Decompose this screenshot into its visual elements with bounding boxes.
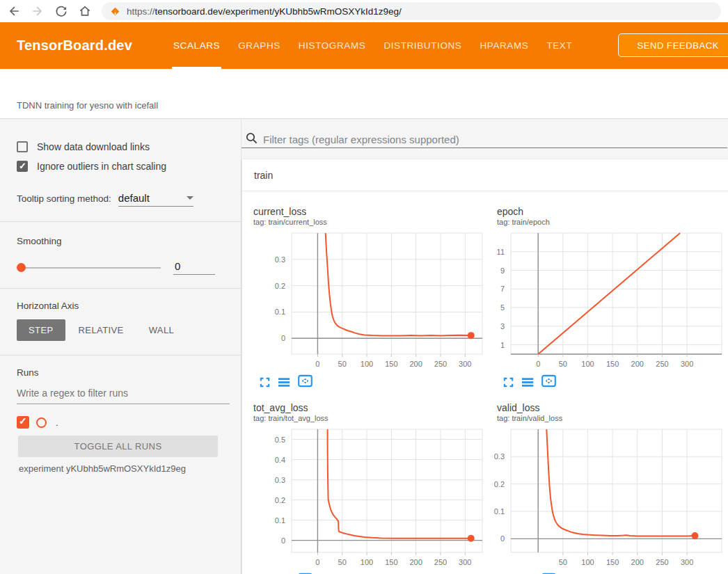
show-download-links-checkbox-row[interactable]: Show data download links: [17, 137, 228, 157]
svg-text:200: 200: [409, 558, 422, 566]
runs-regex-placeholder: Write a regex to filter runs: [17, 388, 128, 399]
home-icon[interactable]: [78, 4, 92, 18]
tooltip-sorting-value: default: [118, 192, 150, 204]
svg-text:3: 3: [500, 322, 505, 330]
svg-text:0: 0: [315, 558, 319, 566]
tab-histograms[interactable]: HISTOGRAMS: [290, 22, 375, 69]
settings-sidebar: Show data download links Ignore outliers…: [0, 119, 242, 574]
experiment-title: TDNN training for yesno with icefall: [17, 100, 158, 111]
address-bar[interactable]: https://tensorboard.dev/experiment/yKUbh…: [102, 2, 721, 20]
svg-text:300: 300: [681, 558, 693, 566]
chart-canvas[interactable]: 00.10.20.30.40.5050100150200250300: [242, 426, 486, 571]
tag-filter-input[interactable]: Filter tags (regular expressions support…: [263, 134, 459, 145]
svg-text:11: 11: [497, 248, 505, 256]
tab-graphs[interactable]: GRAPHS: [229, 22, 290, 69]
horizontal-axis-label: Horizontal Axis: [17, 301, 228, 311]
tab-distributions[interactable]: DISTRIBUTIONS: [374, 22, 470, 69]
experiment-id-caption: experiment yKUbhb5wRmOSXYkId1z9eg: [19, 463, 228, 474]
svg-text:0.1: 0.1: [275, 516, 285, 525]
checkbox-label: Show data download links: [37, 141, 150, 152]
svg-text:250: 250: [656, 360, 668, 368]
svg-text:150: 150: [385, 360, 397, 368]
svg-text:100: 100: [581, 558, 594, 566]
svg-text:150: 150: [606, 558, 619, 566]
svg-text:0.3: 0.3: [275, 476, 285, 484]
svg-text:250: 250: [656, 558, 668, 566]
chart-title: tot_avg_loss: [242, 402, 486, 413]
svg-text:200: 200: [409, 360, 422, 368]
toggle-all-runs-button[interactable]: TOGGLE ALL RUNS: [18, 436, 218, 457]
chart-canvas[interactable]: 1357911050100150200250300: [486, 230, 725, 372]
smoothing-slider[interactable]: [17, 267, 161, 269]
svg-text:0: 0: [500, 534, 505, 543]
chart-card-valid-loss: valid_loss tag: train/valid_loss 00.10.2…: [486, 388, 725, 574]
train-section-header[interactable]: train: [242, 159, 728, 191]
back-icon[interactable]: [7, 4, 21, 18]
runs-regex-input[interactable]: Write a regex to filter runs: [17, 387, 230, 404]
main-content: Filter tags (regular expressions support…: [242, 119, 728, 574]
url-text: https://tensorboard.dev/experiment/yKUbh…: [127, 6, 402, 17]
tab-hparams[interactable]: HPARAMS: [470, 22, 537, 69]
svg-text:0.1: 0.1: [494, 507, 505, 516]
chart-tag: tag: train/epoch: [486, 217, 725, 228]
tensorboard-favicon: [110, 6, 120, 17]
tab-bar: SCALARS GRAPHS HISTOGRAMS DISTRIBUTIONS …: [164, 22, 581, 69]
ignore-outliers-checkbox-row[interactable]: Ignore outliers in chart scaling: [17, 157, 228, 176]
svg-text:0: 0: [281, 334, 285, 342]
tab-scalars[interactable]: SCALARS: [164, 22, 229, 69]
smoothing-value-field[interactable]: 0: [173, 260, 215, 275]
svg-text:0: 0: [536, 360, 540, 368]
browser-toolbar: https://tensorboard.dev/experiment/yKUbh…: [0, 0, 728, 22]
svg-text:200: 200: [631, 558, 644, 566]
svg-text:0.5: 0.5: [275, 436, 285, 444]
svg-text:9: 9: [500, 266, 505, 275]
svg-text:0: 0: [281, 536, 285, 545]
send-feedback-button[interactable]: SEND FEEDBACK: [618, 33, 728, 57]
tab-text[interactable]: TEXT: [537, 22, 581, 69]
checkbox-icon[interactable]: [17, 161, 28, 172]
svg-text:0.3: 0.3: [494, 452, 505, 461]
chart-canvas[interactable]: 00.10.20.350100150200250300: [486, 426, 725, 571]
svg-text:50: 50: [559, 360, 567, 368]
axis-wall-button[interactable]: WALL: [137, 319, 187, 341]
svg-text:50: 50: [338, 558, 347, 566]
charts-grid: current_loss tag: train/current_loss 00.…: [242, 191, 728, 574]
tooltip-sorting-select[interactable]: default: [118, 192, 193, 207]
tag-filter-underline: [242, 148, 727, 148]
svg-text:200: 200: [631, 360, 644, 368]
svg-text:150: 150: [606, 360, 619, 368]
run-checkbox[interactable]: [17, 416, 29, 429]
chart-tag: tag: train/current_loss: [242, 217, 486, 228]
svg-text:250: 250: [434, 360, 447, 368]
svg-text:0.1: 0.1: [275, 308, 285, 316]
tooltip-sorting-label: Tooltip sorting method:: [17, 193, 111, 204]
svg-text:150: 150: [385, 558, 397, 566]
runs-label: Runs: [17, 367, 228, 378]
forward-icon[interactable]: [31, 4, 45, 18]
checkbox-icon[interactable]: [17, 141, 28, 152]
svg-text:0.4: 0.4: [275, 456, 285, 464]
svg-text:50: 50: [338, 360, 347, 368]
chart-title: valid_loss: [486, 402, 725, 413]
chart-tag: tag: train/tot_avg_loss: [242, 413, 486, 424]
svg-text:5: 5: [500, 303, 505, 312]
svg-text:100: 100: [581, 360, 594, 368]
reload-icon[interactable]: [54, 4, 68, 18]
chart-title: current_loss: [242, 206, 486, 217]
svg-text:0: 0: [315, 360, 319, 368]
chart-card-current-loss: current_loss tag: train/current_loss 00.…: [242, 191, 486, 388]
run-list-item[interactable]: .: [17, 416, 228, 429]
svg-text:250: 250: [434, 558, 447, 566]
svg-text:0.2: 0.2: [275, 282, 285, 290]
svg-text:50: 50: [559, 558, 567, 566]
svg-text:7: 7: [500, 285, 505, 293]
chevron-down-icon: [187, 196, 193, 200]
chart-canvas[interactable]: 00.10.20.3050100150200250300: [242, 230, 486, 372]
app-logo: TensorBoard.dev: [17, 38, 132, 54]
axis-step-button[interactable]: STEP: [17, 319, 65, 341]
svg-text:0.3: 0.3: [275, 255, 285, 264]
smoothing-slider-thumb[interactable]: [17, 263, 26, 272]
svg-text:300: 300: [459, 558, 471, 566]
svg-text:0.2: 0.2: [275, 496, 285, 504]
axis-relative-button[interactable]: RELATIVE: [67, 319, 136, 341]
